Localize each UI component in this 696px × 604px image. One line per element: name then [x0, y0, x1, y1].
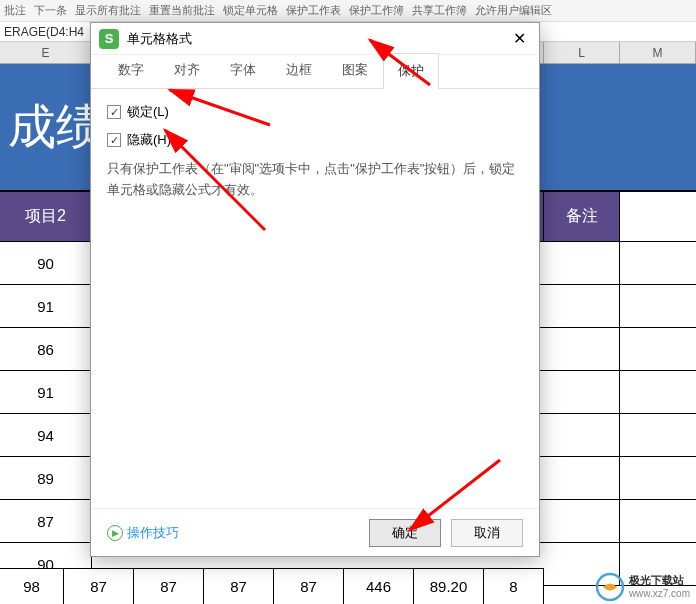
lock-checkbox[interactable]: ✓ — [107, 105, 121, 119]
cell[interactable]: 87 — [274, 569, 344, 604]
play-icon: ▶ — [107, 525, 123, 541]
hide-label: 隐藏(H) — [127, 131, 171, 149]
cell[interactable]: 91 — [0, 285, 92, 327]
header-item2[interactable]: 项目2 — [0, 192, 92, 241]
ribbon-toolbar: 批注 下一条 显示所有批注 重置当前批注 锁定单元格 保护工作表 保护工作簿 共… — [0, 0, 696, 22]
tab-font[interactable]: 字体 — [215, 52, 271, 88]
cancel-button[interactable]: 取消 — [451, 519, 523, 547]
tab-protect[interactable]: 保护 — [383, 53, 439, 89]
dialog-footer: ▶ 操作技巧 确定 取消 — [91, 508, 539, 556]
toolbar-protect-sheet[interactable]: 保护工作表 — [286, 3, 341, 18]
help-text: 只有保护工作表（在"审阅"选项卡中，点击"保护工作表"按钮）后，锁定单元格或隐藏… — [107, 159, 523, 201]
cell-format-dialog: S 单元格格式 ✕ 数字 对齐 字体 边框 图案 保护 ✓ 锁定(L) ✓ 隐藏… — [90, 22, 540, 557]
cell[interactable]: 94 — [0, 414, 92, 456]
watermark-name: 极光下载站 — [629, 574, 690, 587]
col-header-m[interactable]: M — [620, 42, 696, 63]
lock-label: 锁定(L) — [127, 103, 169, 121]
hide-checkbox-row[interactable]: ✓ 隐藏(H) — [107, 131, 523, 149]
cell[interactable]: 8 — [484, 569, 544, 604]
dialog-titlebar[interactable]: S 单元格格式 ✕ — [91, 23, 539, 55]
toolbar-share-workbook[interactable]: 共享工作簿 — [412, 3, 467, 18]
dialog-tabs: 数字 对齐 字体 边框 图案 保护 — [91, 55, 539, 89]
dialog-body: ✓ 锁定(L) ✓ 隐藏(H) 只有保护工作表（在"审阅"选项卡中，点击"保护工… — [91, 89, 539, 508]
tab-border[interactable]: 边框 — [271, 52, 327, 88]
header-empty — [620, 192, 696, 241]
cell[interactable]: 86 — [0, 328, 92, 370]
lock-checkbox-row[interactable]: ✓ 锁定(L) — [107, 103, 523, 121]
banner-text: 成绩 — [0, 95, 104, 159]
cell[interactable]: 89.20 — [414, 569, 484, 604]
cell[interactable]: 87 — [0, 500, 92, 542]
col-header-l[interactable]: L — [544, 42, 620, 63]
hide-checkbox[interactable]: ✓ — [107, 133, 121, 147]
tab-pattern[interactable]: 图案 — [327, 52, 383, 88]
cell[interactable]: 87 — [134, 569, 204, 604]
cell[interactable]: 87 — [64, 569, 134, 604]
dialog-title: 单元格格式 — [127, 30, 507, 48]
watermark-url: www.xz7.com — [629, 588, 690, 600]
tab-align[interactable]: 对齐 — [159, 52, 215, 88]
comment-label: 批注 — [4, 3, 26, 18]
header-remark[interactable]: 备注 — [544, 192, 620, 241]
cell[interactable]: 87 — [204, 569, 274, 604]
toolbar-lock-cell[interactable]: 锁定单元格 — [223, 3, 278, 18]
cell[interactable]: 98 — [0, 569, 64, 604]
close-icon[interactable]: ✕ — [507, 27, 531, 51]
toolbar-next[interactable]: 下一条 — [34, 3, 67, 18]
col-header-e[interactable]: E — [0, 42, 92, 63]
watermark: 极光下载站 www.xz7.com — [595, 572, 690, 602]
watermark-text: 极光下载站 www.xz7.com — [629, 574, 690, 599]
toolbar-allow-edit[interactable]: 允许用户编辑区 — [475, 3, 552, 18]
wps-icon: S — [99, 29, 119, 49]
toolbar-reset-comments[interactable]: 重置当前批注 — [149, 3, 215, 18]
toolbar-comments[interactable]: 批注 — [4, 3, 26, 18]
ok-button[interactable]: 确定 — [369, 519, 441, 547]
cell[interactable]: 90 — [0, 242, 92, 284]
cell[interactable]: 89 — [0, 457, 92, 499]
toolbar-protect-workbook[interactable]: 保护工作簿 — [349, 3, 404, 18]
formula-text: ERAGE(D4:H4 — [4, 25, 84, 39]
toolbar-show-all-comments[interactable]: 显示所有批注 — [75, 3, 141, 18]
tab-number[interactable]: 数字 — [103, 52, 159, 88]
cell[interactable]: 91 — [0, 371, 92, 413]
bottom-data-row: 98 87 87 87 87 446 89.20 8 — [0, 568, 544, 604]
watermark-logo-icon — [595, 572, 625, 602]
tips-link[interactable]: ▶ 操作技巧 — [107, 524, 359, 542]
cell[interactable]: 446 — [344, 569, 414, 604]
